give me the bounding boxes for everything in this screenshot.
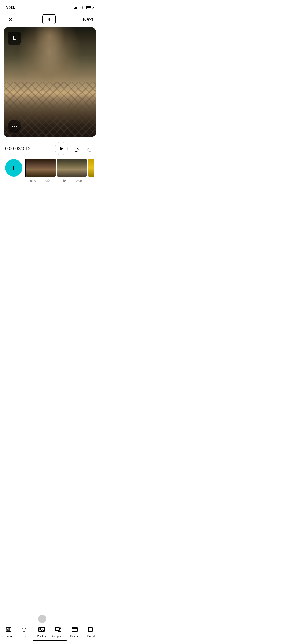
ruler-2: 0:04 (56, 179, 71, 183)
ruler-3: 0:06 (71, 179, 87, 183)
add-clip-button[interactable]: + (5, 159, 22, 177)
more-options-button[interactable] (8, 120, 21, 133)
plus-icon: + (12, 164, 16, 171)
clip-thumbnail-3[interactable] (88, 159, 94, 177)
close-button[interactable] (6, 15, 15, 24)
time-display: 0:00.03/0:12 (5, 146, 31, 151)
status-time: 9:41 (6, 5, 15, 10)
clip-thumbnail-2[interactable] (57, 159, 87, 177)
ruler-1: 0:02 (41, 179, 56, 183)
play-icon (60, 146, 63, 151)
battery-icon (86, 6, 93, 9)
layer-count: 4 (48, 17, 50, 22)
status-bar: 9:41 (0, 0, 99, 13)
next-button[interactable]: Next (83, 16, 93, 23)
ruler-0: 0:00 (25, 179, 41, 183)
status-icons (74, 6, 93, 9)
timeline-area: + (5, 159, 94, 177)
watermark-badge: L (8, 32, 21, 45)
play-button[interactable] (55, 142, 68, 155)
layer-count-badge[interactable]: 4 (42, 14, 56, 24)
video-canvas: L (4, 27, 96, 137)
timeline-section: 0:00.03/0:12 + (0, 137, 99, 183)
watermark-letter: L (13, 35, 16, 41)
undo-button[interactable] (72, 144, 81, 153)
playback-controls (55, 142, 94, 155)
signal-icon (74, 6, 78, 9)
header: 4 Next (0, 13, 99, 27)
redo-button[interactable] (85, 144, 94, 153)
playhead (25, 159, 26, 177)
timeline-controls: 0:00.03/0:12 (5, 142, 94, 155)
timeline-ruler: 0:00 0:02 0:04 0:06 (5, 177, 94, 183)
timeline-clips (25, 159, 94, 177)
wifi-icon (80, 6, 85, 9)
clip-thumbnail-1[interactable] (25, 159, 56, 177)
